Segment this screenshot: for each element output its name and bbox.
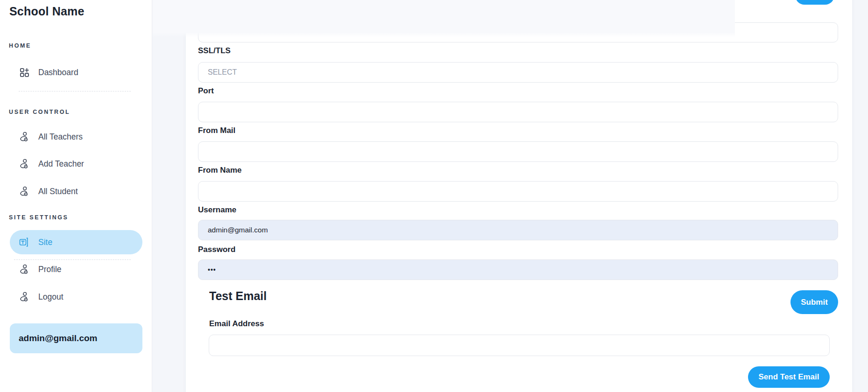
- text-input-cursor-icon: [19, 237, 30, 248]
- sidebar-item-all-student[interactable]: All Student: [10, 179, 142, 203]
- from-name-label: From Name: [198, 166, 242, 175]
- app-title: School Name: [9, 5, 85, 18]
- sidebar-divider: [19, 91, 131, 91]
- sidebar-item-all-teachers[interactable]: All Teachers: [10, 125, 142, 149]
- ssl-tls-label: SSL/TLS: [198, 46, 231, 56]
- sidebar-item-logout[interactable]: Logout: [10, 285, 142, 309]
- person-icon: [19, 158, 30, 169]
- topbar-overlay: [153, 0, 735, 37]
- sidebar-item-label: Site: [38, 238, 52, 247]
- sidebar-item-label: Logout: [38, 292, 64, 302]
- user-email: admin@gmail.com: [19, 333, 97, 343]
- email-address-input[interactable]: [209, 335, 830, 356]
- ssl-tls-select[interactable]: [198, 62, 838, 83]
- port-input[interactable]: [198, 102, 838, 122]
- sidebar: School Name HOME Dashboard USER CONTROL …: [0, 0, 152, 392]
- person-icon: [19, 291, 30, 302]
- from-mail-input[interactable]: [198, 141, 838, 162]
- submit-button[interactable]: Submit: [790, 290, 838, 314]
- from-name-input[interactable]: [198, 181, 838, 202]
- sidebar-item-site[interactable]: Site: [10, 230, 142, 254]
- submit-button-cropped-top[interactable]: [795, 0, 834, 5]
- person-icon: [19, 186, 30, 197]
- port-label: Port: [198, 86, 214, 96]
- sidebar-item-profile[interactable]: Profile: [10, 257, 142, 281]
- send-test-email-button[interactable]: Send Test Email: [748, 366, 830, 388]
- sidebar-item-dashboard[interactable]: Dashboard: [10, 60, 142, 84]
- password-input[interactable]: [198, 259, 838, 280]
- test-email-heading: Test Email: [209, 289, 267, 303]
- username-label: Username: [198, 205, 236, 215]
- sidebar-item-add-teacher[interactable]: Add Teacher: [10, 152, 142, 176]
- person-icon: [19, 131, 30, 142]
- sidebar-item-label: All Student: [38, 187, 78, 196]
- section-label-user-control: USER CONTROL: [9, 109, 70, 115]
- username-input[interactable]: [198, 220, 838, 240]
- from-mail-label: From Mail: [198, 126, 235, 135]
- sidebar-item-label: Profile: [38, 265, 62, 274]
- section-label-site-settings: SITE SETTINGS: [9, 214, 69, 221]
- section-label-home: HOME: [9, 42, 31, 49]
- password-label: Password: [198, 245, 235, 254]
- sidebar-item-label: Dashboard: [38, 68, 78, 77]
- email-address-label: Email Address: [209, 319, 264, 329]
- logged-in-user-badge[interactable]: admin@gmail.com: [10, 323, 142, 353]
- sidebar-item-label: All Teachers: [38, 132, 83, 142]
- person-icon: [19, 264, 30, 275]
- sidebar-item-label: Add Teacher: [38, 159, 84, 169]
- dashboard-grid-plus-icon: [19, 67, 30, 78]
